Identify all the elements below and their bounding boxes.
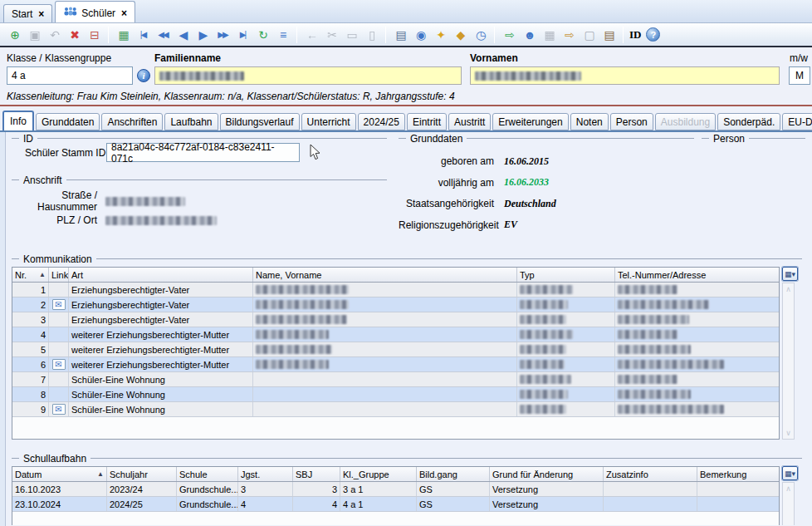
column-header-zusatzinfo[interactable]: Zusatzinfo [604,467,697,481]
preview-eye-icon[interactable]: ◉ [411,26,429,44]
column-header-bild-gang[interactable]: Bild.gang [417,467,490,481]
kommunikation-row[interactable]: 8Schüler-Eine Wohnung [12,387,779,402]
tab-unterricht[interactable]: Unterricht [301,113,356,130]
left-splitter[interactable] [0,132,6,526]
table-header-row: Datum▲SchuljahrSchuleJgst.SBJKl._GruppeB… [12,467,779,482]
tab-schueler[interactable]: Schüler × [55,1,135,22]
delete-record-icon[interactable]: ✖ [65,26,83,44]
person-section: Person [702,133,805,144]
klasse-input[interactable]: 4 a [7,66,133,85]
column-header-schule[interactable]: Schule [177,467,238,481]
refresh-icon[interactable]: ↻ [253,26,271,44]
email-icon[interactable]: ✉ [52,404,66,415]
notify-horn-icon[interactable]: ◆ [451,26,469,44]
column-header-tel-nummer-adresse[interactable]: Tel.-Nummer/Adresse [615,268,779,282]
tel-cell [615,387,779,401]
email-icon[interactable]: ✉ [52,359,66,370]
nr-cell: 6 [12,357,49,371]
column-header-jgst-[interactable]: Jgst. [238,467,293,481]
schullaufbahn-row[interactable]: 23.10.20242024/25Grundschule...444 a 1GS… [12,497,779,512]
cell-schule: Grundschule... [177,482,238,496]
kommunikation-row[interactable]: 1Erziehungsberechtigter-Vater [12,283,779,297]
kommunikation-row[interactable]: 5weiterer Erziehungsberechtigter-Mutter [12,342,779,357]
student-icon[interactable]: ☻ [520,26,538,44]
tab-2024-25[interactable]: 2024/25 [358,113,405,130]
close-icon[interactable]: × [38,8,44,20]
column-header-art[interactable]: Art [69,268,253,282]
column-header-datum[interactable]: Datum▲ [12,467,107,481]
id-button[interactable]: ID [629,28,641,42]
familienname-input[interactable] [154,66,462,85]
column-header-link[interactable]: Link [49,268,69,282]
tab-anschriften[interactable]: Anschriften [101,113,163,130]
previous-record-icon[interactable]: ◀ [174,26,192,44]
tab-bildungsverlauf[interactable]: Bildungsverlauf [220,113,300,130]
tab-erweiterungen[interactable]: Erweiterungen [492,113,568,130]
kommunikation-row[interactable]: 7Schüler-Eine Wohnung [12,372,779,387]
back-icon: ← [302,26,320,44]
column-options-button[interactable]: ▦▾ [782,466,798,480]
vornamen-label: Vornamen [470,52,518,64]
vornamen-input[interactable] [470,66,780,85]
tab-person[interactable]: Person [610,113,653,130]
notes-icon[interactable]: ▢ [580,26,598,44]
first-record-icon[interactable]: |◀ [134,26,152,44]
remove-form-icon[interactable]: ⊟ [85,26,103,44]
kommunikation-row[interactable]: 2✉Erziehungsberechtigter-Vater [12,297,779,312]
help-icon[interactable]: ? [646,27,660,42]
mw-input[interactable]: M [789,66,810,85]
typ-cell [517,327,615,342]
export-package-icon[interactable]: ⇨ [500,26,518,44]
tab-noten[interactable]: Noten [570,113,609,130]
column-header-grund-f-r-nderung[interactable]: Grund für Änderung [490,467,604,481]
tab-eu-dsgvo[interactable]: EU-DSGVO [782,113,812,130]
last-record-icon[interactable]: ▶| [233,26,252,44]
tab-laufbahn[interactable]: Laufbahn [164,113,218,130]
kommunikation-row[interactable]: 3Erziehungsberechtigter-Vater [12,312,779,327]
datasheet-icon[interactable]: ▦ [114,26,132,44]
hint-lightbulb-icon[interactable]: ✦ [431,26,449,44]
print-icon[interactable]: ▤ [391,26,409,44]
column-header-typ[interactable]: Typ [517,268,615,282]
scroll-down-icon[interactable]: ∨ [783,429,794,437]
folder-export-icon[interactable]: ⇨ [560,26,578,44]
column-header-name-vorname[interactable]: Name, Vorname [253,268,517,282]
fast-previous-icon[interactable]: ◀◀ [154,26,172,44]
scroll-up-icon[interactable]: ∧ [783,285,794,293]
scroll-up-icon[interactable]: ∧ [783,484,794,493]
schullaufbahn-scrollbar[interactable]: ∧ [782,482,795,525]
info-icon[interactable]: i [137,69,150,82]
column-header-kl-gruppe[interactable]: Kl._Gruppe [340,467,417,481]
tb-transfer-icon: ▦ [540,26,558,44]
tab-grunddaten[interactable]: Grunddaten [36,113,100,130]
address-book-icon[interactable]: ▤ [599,26,618,44]
close-icon[interactable]: × [121,7,127,19]
tab-sonderpäd-[interactable]: Sonderpäd. [717,113,780,130]
column-options-button[interactable]: ▦▾ [782,267,798,281]
reminder-clock-icon[interactable]: ◷ [471,26,489,44]
new-record-icon[interactable]: ⊕ [5,26,23,44]
list-view-icon[interactable]: ≡ [273,26,291,44]
stamm-id-input[interactable]: 8a21a04c-84c772af-0184-c83e2411-071c [106,143,300,162]
person-section-title: Person [713,133,745,145]
kommunikation-scrollbar[interactable]: ∧ ∨ [782,283,795,440]
window-tab-bar: Start × Schüler × [0,0,812,23]
column-header-sbj[interactable]: SBJ [293,467,340,481]
tab-start[interactable]: Start × [3,4,52,22]
column-header-nr-[interactable]: Nr.▲ [12,268,49,282]
column-header-label: Zusatzinfo [606,469,648,479]
tab-info[interactable]: Info [2,111,34,130]
fast-next-icon[interactable]: ▶▶ [213,26,232,44]
column-header-schuljahr[interactable]: Schuljahr [107,467,177,481]
column-header-bemerkung[interactable]: Bemerkung [697,467,779,481]
grunddaten-row: geboren am16.06.2015 [399,153,694,170]
typ-cell [517,387,615,401]
tab-austritt[interactable]: Austritt [448,113,491,130]
next-record-icon[interactable]: ▶ [193,26,212,44]
kommunikation-row[interactable]: 4weiterer Erziehungsberechtigter-Mutter [12,327,779,342]
kommunikation-row[interactable]: 9✉Schüler-Eine Wohnung [12,402,779,417]
tab-eintritt[interactable]: Eintritt [407,113,447,130]
kommunikation-row[interactable]: 6✉weiterer Erziehungsberechtigter-Mutter [12,357,779,372]
schullaufbahn-row[interactable]: 16.10.20232023/24Grundschule...333 a 1GS… [12,482,779,497]
email-icon[interactable]: ✉ [52,299,66,310]
